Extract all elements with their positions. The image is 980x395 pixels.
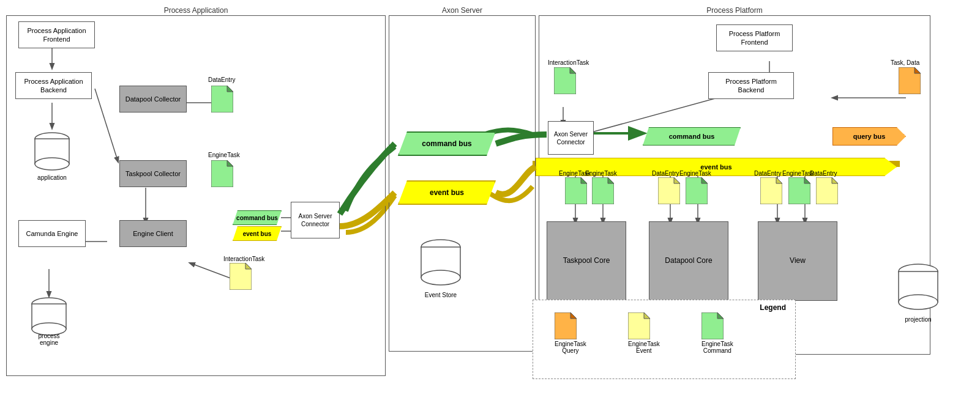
svg-marker-47 — [674, 177, 680, 183]
taskpool-collector: Taskpool Collector — [119, 160, 187, 187]
data-entry-label-1: DataEntry — [208, 76, 235, 83]
interaction-task-doc-1 — [230, 263, 252, 290]
svg-marker-45 — [608, 177, 614, 183]
legend-query-doc — [555, 312, 577, 339]
interaction-task-label-2: InteractionTask — [548, 59, 589, 66]
svg-marker-34 — [245, 263, 252, 269]
data-entry-doc-5 — [816, 177, 838, 204]
process-application-label: Process Application — [164, 6, 228, 15]
legend-command-label: Command — [701, 347, 733, 354]
diagram-container: Process Application Process Application … — [0, 0, 980, 395]
axon-command-bus: command bus — [398, 131, 496, 156]
data-entry-doc-2 — [658, 177, 680, 204]
engine-task-label-5: EngineTask — [782, 170, 814, 177]
legend-event-doc — [628, 312, 650, 339]
data-entry-doc-3 — [686, 177, 708, 204]
legend-title: Legend — [760, 303, 786, 312]
svg-marker-51 — [776, 177, 782, 183]
taskpool-core: Taskpool Core — [547, 221, 626, 301]
task-data-label: Task, Data — [891, 59, 919, 66]
camunda-engine: Camunda Engine — [18, 220, 86, 247]
legend-query-task-label: EngineTask — [555, 341, 586, 347]
event-store: Event Store — [419, 238, 462, 287]
engine-task-doc-2 — [565, 177, 587, 204]
legend-query-label: Query — [555, 347, 586, 354]
data-entry-label-3: DataEntry — [754, 170, 781, 177]
engine-task-label-3: EngineTask — [585, 170, 617, 177]
svg-point-58 — [899, 295, 938, 309]
svg-point-25 — [35, 158, 69, 170]
projection-db: projection — [897, 263, 940, 312]
process-platform-label: Process Platform — [706, 6, 762, 15]
process-engine-db: process engine — [31, 297, 67, 336]
engine-task-doc-1 — [211, 160, 233, 187]
engine-client: Engine Client — [119, 220, 187, 247]
data-entry-label-4: DataEntry — [810, 170, 837, 177]
platform-command-bus: command bus — [643, 127, 741, 146]
svg-marker-49 — [701, 177, 708, 183]
svg-marker-30 — [227, 86, 233, 92]
event-store-label: Event Store — [419, 292, 462, 298]
legend-command-task-label: EngineTask — [701, 341, 733, 347]
engine-task-doc-5 — [788, 177, 810, 204]
application-db: application — [34, 131, 70, 171]
legend-event-task-label: EngineTask — [628, 341, 660, 347]
axon-server-label: Axon Server — [442, 6, 482, 15]
data-entry-doc-1 — [211, 86, 233, 113]
svg-marker-43 — [581, 177, 587, 183]
axon-event-bus: event bus — [398, 180, 496, 205]
data-entry-label-2: DataEntry — [652, 170, 679, 177]
left-axon-connector: Axon ServerConnector — [291, 202, 340, 238]
svg-marker-39 — [570, 67, 576, 73]
svg-marker-55 — [832, 177, 838, 183]
projection-db-label: projection — [897, 316, 940, 323]
process-platform-backend: Process PlatformBackend — [708, 72, 794, 99]
process-engine-db-label: process engine — [31, 333, 67, 346]
data-entry-doc-4 — [760, 177, 782, 204]
legend-command-doc — [701, 312, 724, 339]
svg-marker-60 — [570, 312, 577, 319]
datapool-collector: Datapool Collector — [119, 86, 187, 113]
svg-marker-62 — [644, 312, 650, 319]
engine-task-doc-3 — [592, 177, 614, 204]
left-command-bus: command bus — [233, 210, 282, 225]
svg-point-37 — [421, 270, 460, 285]
process-platform-frontend: Process PlatformFrontend — [716, 24, 793, 51]
engine-task-label-1: EngineTask — [208, 152, 240, 158]
process-application-backend: Process ApplicationBackend — [15, 72, 92, 99]
view-box: View — [758, 221, 837, 301]
left-event-bus: event bus — [233, 226, 282, 241]
right-axon-connector: Axon ServerConnector — [548, 121, 594, 155]
platform-query-bus: query bus — [832, 127, 906, 146]
application-db-label: application — [34, 174, 70, 181]
svg-marker-64 — [717, 312, 724, 319]
engine-task-label-4: EngineTask — [679, 170, 711, 177]
datapool-core: Datapool Core — [649, 221, 728, 301]
svg-marker-41 — [915, 67, 921, 73]
process-application-frontend: Process Application Frontend — [18, 21, 95, 48]
legend-box: Legend EngineTask Query EngineTask Event — [533, 300, 796, 379]
task-data-doc — [899, 67, 921, 94]
interaction-task-doc-2 — [554, 67, 576, 94]
interaction-task-label-1: InteractionTask — [223, 256, 264, 262]
legend-event-label: Event — [628, 347, 660, 354]
svg-marker-32 — [227, 160, 233, 166]
svg-marker-53 — [804, 177, 810, 183]
